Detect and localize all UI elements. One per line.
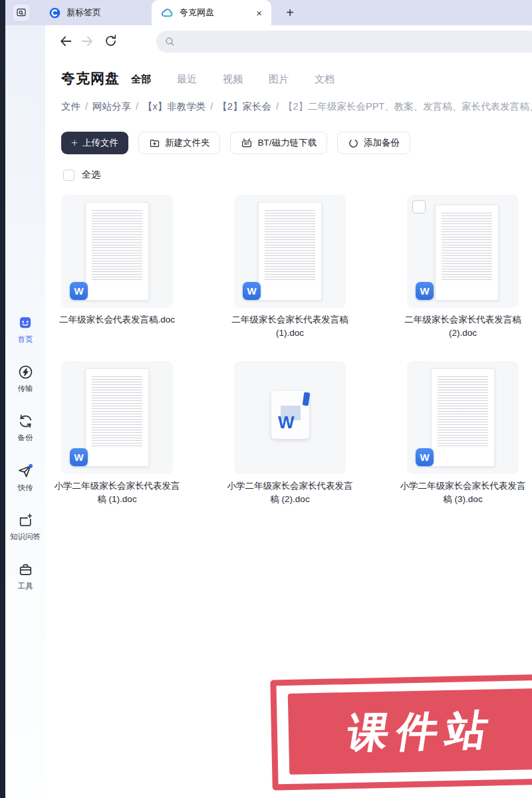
tab-label: 夸克网盘 (180, 7, 214, 19)
word-file-badge: W (243, 282, 261, 300)
upload-file-label: 上传文件 (82, 137, 118, 149)
sidebar-item-label: 传输 (18, 384, 33, 394)
search-icon (164, 36, 176, 47)
doc-text-lines (92, 210, 142, 280)
doc-w-letter: W (278, 412, 295, 433)
tab-recent[interactable]: 最近 (177, 73, 197, 86)
breadcrumb-item-current: 【2】二年级家长会PPT、教案、发言稿、家长代表发言稿、总 (283, 101, 532, 112)
svg-text:BT: BT (245, 142, 250, 146)
breadcrumb-separator: / (276, 101, 279, 112)
sidebar-item-label: 首页 (18, 334, 33, 344)
tab-search-button[interactable] (12, 3, 31, 22)
tab-videos[interactable]: 视频 (223, 73, 243, 86)
action-toolbar: + 上传文件 新建文件夹 BT BT/磁力链下载 添加备份 (61, 132, 410, 154)
upload-file-button[interactable]: + 上传文件 (61, 132, 128, 154)
file-card[interactable]: W (234, 361, 346, 474)
file-name[interactable]: 二年级家长会家长代表发言稿 (2).doc (399, 313, 527, 340)
breadcrumb-item[interactable]: 网站分享 (92, 101, 131, 112)
word-file-badge: W (70, 448, 88, 466)
doc-thumbnail (85, 202, 149, 301)
filter-tabs: 全部 最近 视频 图片 文档 (131, 73, 334, 86)
tab-docs[interactable]: 文档 (315, 73, 334, 86)
doc-text-lines (265, 210, 315, 280)
tab-label: 新标签页 (66, 7, 101, 19)
window-search-icon (16, 7, 27, 18)
doc-thumbnail (431, 368, 495, 467)
breadcrumb-item[interactable]: 【2】家长会 (217, 101, 271, 112)
file-card[interactable]: W (234, 195, 346, 308)
sidebar-item-knowledge-qa[interactable]: 知识问答 (10, 512, 41, 542)
new-folder-label: 新建文件夹 (165, 137, 210, 149)
file-name[interactable]: 二年级家长会家长代表发言稿 (1).doc (226, 313, 354, 340)
add-backup-label: 添加备份 (364, 137, 400, 149)
select-all-row: 全选 (63, 169, 100, 181)
new-folder-button[interactable]: 新建文件夹 (138, 132, 221, 154)
bt-magnet-icon: BT (241, 137, 253, 149)
browser-tab-quark-drive[interactable]: 夸克网盘 × (152, 0, 271, 25)
tab-all[interactable]: 全部 (131, 73, 151, 86)
word-file-badge: W (416, 282, 434, 300)
browser-tabbar: 新标签页 夸克网盘 × + (5, 0, 532, 25)
browser-nav-row (45, 25, 532, 57)
bt-download-label: BT/磁力链下载 (257, 137, 317, 149)
file-name[interactable]: 小学二年级家长会家长代表发言稿 (2).doc (226, 479, 354, 506)
window-edge-strip (0, 0, 5, 798)
select-all-label: 全选 (82, 169, 100, 181)
add-backup-button[interactable]: 添加备份 (337, 132, 410, 154)
word-file-badge: W (70, 282, 88, 300)
sidebar-item-backup[interactable]: 备份 (17, 413, 34, 443)
tab-images[interactable]: 图片 (269, 73, 289, 86)
doc-thumbnail (435, 205, 499, 301)
breadcrumb-item[interactable]: 【x】非教学类 (143, 101, 205, 112)
sidebar-item-label: 工具 (18, 581, 33, 591)
browser-tab-new-page[interactable]: 新标签页 (40, 0, 133, 25)
address-search-bar[interactable] (156, 31, 532, 53)
bt-download-button[interactable]: BT BT/磁力链下载 (230, 132, 327, 154)
file-checkbox[interactable] (412, 200, 426, 213)
sidebar-nav: 首页 传输 备份 快传 (5, 314, 45, 591)
sidebar-item-tools[interactable]: 工具 (17, 561, 34, 591)
sidebar-item-quick-send[interactable]: 快传 (17, 462, 34, 493)
refresh-button[interactable] (104, 34, 118, 48)
stamp-text: 课件站 (336, 702, 499, 761)
file-card[interactable]: W (407, 195, 519, 308)
file-name[interactable]: 小学二年级家长会家长代表发言稿 (3).doc (399, 479, 527, 506)
toolbox-icon (17, 561, 34, 578)
file-name[interactable]: 二年级家长会代表发言稿.doc (53, 313, 181, 327)
file-name[interactable]: 小学二年级家长会家长代表发言稿 (1).doc (53, 479, 181, 506)
doc-text-lines (438, 376, 488, 446)
backup-sync-icon (17, 413, 34, 430)
back-button[interactable] (59, 34, 73, 49)
word-file-badge: W (416, 448, 434, 466)
select-all-checkbox[interactable] (63, 170, 74, 181)
doc-thumbnail (85, 368, 149, 467)
sidebar-item-transfer[interactable]: 传输 (17, 364, 34, 394)
courseware-stamp-watermark: 课件站 (270, 674, 532, 791)
plus-icon: + (71, 137, 78, 148)
page-title: 夸克网盘 (61, 69, 120, 88)
tab-close-icon[interactable]: × (256, 8, 262, 18)
doc-text-lines (442, 213, 492, 280)
file-card[interactable]: W (407, 361, 519, 474)
folder-plus-icon (149, 138, 160, 149)
word-doc-icon: W (271, 391, 309, 439)
home-smiley-icon (17, 314, 34, 331)
new-tab-button[interactable]: + (281, 5, 299, 21)
sidebar-item-label: 知识问答 (10, 532, 41, 542)
forward-button[interactable] (80, 34, 94, 49)
breadcrumb-separator: / (136, 101, 138, 112)
sidebar-item-label: 快传 (18, 483, 33, 493)
stamp-inner: 课件站 (288, 688, 532, 775)
sidebar-item-home[interactable]: 首页 (17, 314, 34, 344)
file-card[interactable]: W (61, 361, 173, 474)
sidebar-item-label: 备份 (18, 433, 33, 443)
doc-thumbnail (258, 202, 322, 301)
backup-circle-icon (348, 138, 359, 149)
quark-cloud-icon (161, 7, 174, 19)
breadcrumb-item[interactable]: 文件 (61, 101, 80, 112)
doc-text-lines (92, 376, 142, 446)
breadcrumb: 文件/网站分享/【x】非教学类/【2】家长会/【2】二年级家长会PPT、教案、发… (61, 100, 532, 115)
breadcrumb-separator: / (85, 101, 88, 112)
transfer-icon (17, 364, 34, 380)
file-card[interactable]: W (61, 195, 173, 308)
